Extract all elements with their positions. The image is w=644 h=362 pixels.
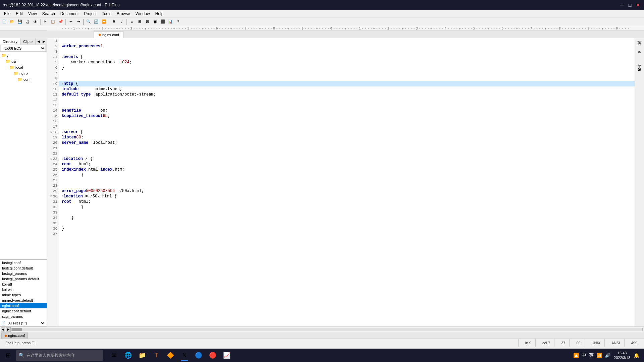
ime-symbol-btn[interactable]: ∂: [635, 48, 644, 56]
file-koi-utf[interactable]: koi-utf: [0, 282, 47, 287]
menu-file[interactable]: File: [1, 10, 13, 17]
scroll-left-btn[interactable]: ◀: [1, 327, 5, 332]
tray-arrow[interactable]: 🔼: [573, 352, 580, 359]
file-fastcgi-params-default[interactable]: fastcgi_params.default: [0, 276, 47, 282]
panel-nav-prev[interactable]: ◀: [36, 38, 41, 45]
toolbar-undo[interactable]: ↩: [67, 18, 74, 25]
file-fastcgi-conf[interactable]: fastcgi.conf: [0, 260, 47, 265]
toolbar-italic[interactable]: I: [118, 18, 125, 25]
menu-edit[interactable]: Edit: [13, 10, 25, 17]
file-fastcgi-params[interactable]: fastcgi_params: [0, 271, 47, 276]
toolbar-redo[interactable]: ↪: [75, 18, 82, 25]
toolbar-paste[interactable]: 📌: [57, 18, 64, 25]
toolbar-open[interactable]: 📂: [8, 18, 16, 25]
maximize-button[interactable]: □: [627, 2, 633, 8]
line-num-21: 21: [47, 145, 59, 151]
tree-item-usr[interactable]: 📁 usr: [0, 58, 47, 64]
tray-network[interactable]: 📶: [596, 352, 603, 359]
tray-notifications[interactable]: 🔔: [633, 352, 640, 359]
taskbar-app5[interactable]: 🔶: [164, 349, 177, 361]
taskbar-browser[interactable]: 🌐: [121, 349, 135, 361]
tree-item-root[interactable]: 📁 /: [0, 52, 47, 58]
status-help-text: For Help, press F1: [5, 341, 36, 345]
toolbar-btn2[interactable]: ⊞: [136, 18, 143, 25]
toolbar-bold[interactable]: B: [110, 18, 118, 25]
file-scgi-params[interactable]: scgi_params: [0, 314, 47, 319]
taskbar-files[interactable]: 📁: [136, 349, 149, 361]
tree-item-conf[interactable]: 📁 conf: [0, 76, 47, 82]
toolbar-new[interactable]: 📄: [1, 18, 8, 25]
tab-nginx-conf[interactable]: ◆ nginx.conf: [94, 31, 123, 38]
toolbar-findnext[interactable]: ⏩: [100, 18, 108, 25]
directory-select[interactable]: [ftp00] ECS: [1, 45, 45, 51]
ime-settings-btn[interactable]: ⚙: [635, 66, 644, 73]
panel-tab-directory[interactable]: Directory: [0, 38, 20, 45]
panel-nav-next[interactable]: ▶: [41, 38, 47, 45]
taskbar-vpn[interactable]: 🔵: [192, 349, 205, 361]
file-mime-types-default[interactable]: mime.types.default: [0, 298, 47, 303]
code-area[interactable]: worker_processes 1;⊟events { worker_conn…: [59, 38, 635, 326]
minimize-button[interactable]: ─: [619, 2, 625, 8]
tray-lang[interactable]: 英: [588, 352, 594, 359]
toolbar-cut[interactable]: ✂: [42, 18, 49, 25]
taskbar-search-placeholder[interactable]: 在这里输入你要搜索的内容: [26, 353, 75, 358]
menu-project[interactable]: Project: [82, 10, 99, 17]
taskbar-word[interactable]: T: [150, 349, 163, 361]
taskbar-search[interactable]: 🔍 在这里输入你要搜索的内容: [16, 350, 103, 361]
start-button[interactable]: ⊞: [1, 349, 15, 361]
file-nginx-conf[interactable]: nginx.conf: [0, 303, 47, 308]
tray-speaker[interactable]: 🔊: [604, 352, 611, 359]
folder-icon: 📁: [13, 71, 18, 76]
taskbar-app8[interactable]: 📈: [220, 349, 233, 361]
tree-item-nginx[interactable]: 📁 nginx: [0, 70, 47, 76]
code-line-5: worker_connections 1024;: [59, 60, 635, 65]
toolbar-preview[interactable]: 👁: [32, 18, 39, 25]
toolbar-copy[interactable]: 📋: [49, 18, 57, 25]
toolbar-find[interactable]: 🔍: [85, 18, 92, 25]
status-num3-text: 499: [631, 341, 637, 345]
menu-document[interactable]: Document: [58, 10, 82, 17]
tray-zh[interactable]: 中: [581, 352, 587, 359]
panel-tab-clipboard[interactable]: Clipte: [20, 38, 36, 45]
taskbar: ⊞ 🔍 在这里输入你要搜索的内容 ✉ 🌐 📁 T 🔶 N 🔵 🔴 📈 🔼 中 英…: [0, 349, 644, 362]
ime-compact-btn[interactable]: 简: [635, 57, 644, 64]
toolbar-btn3[interactable]: ⊡: [144, 18, 151, 25]
file-mime-types[interactable]: mime.types: [0, 292, 47, 298]
directory-header: [ftp00] ECS: [0, 45, 47, 52]
toolbar-btn6[interactable]: 📊: [167, 18, 174, 25]
toolbar-replace[interactable]: 🔄: [93, 18, 100, 25]
file-fastcgi-conf-default[interactable]: fastcgi.conf.default: [0, 265, 47, 271]
toolbar-btn7[interactable]: ?: [174, 18, 182, 25]
h-scroll-track[interactable]: [11, 328, 643, 331]
file-koi-win[interactable]: koi-win: [0, 287, 47, 292]
toolbar-btn1[interactable]: ≡: [128, 18, 136, 25]
line-num-26: 26: [47, 172, 59, 178]
taskbar-mail[interactable]: ✉: [107, 349, 121, 361]
h-scroll-thumb[interactable]: [12, 328, 22, 331]
tree-item-local[interactable]: 📁 local: [0, 64, 47, 70]
menu-help[interactable]: Help: [153, 10, 166, 17]
toolbar-btn5[interactable]: ⬛: [159, 18, 166, 25]
bottom-tab-nginx[interactable]: ◆ nginx.conf: [1, 333, 28, 339]
menu-view[interactable]: View: [25, 10, 40, 17]
menu-tools[interactable]: Tools: [99, 10, 114, 17]
menu-search[interactable]: Search: [40, 10, 58, 17]
toolbar-save[interactable]: 💾: [16, 18, 23, 25]
toolbar-btn4[interactable]: ▣: [151, 18, 159, 25]
taskbar-editplus[interactable]: N: [178, 349, 191, 361]
folder-icon: 📁: [17, 77, 22, 82]
code-line-26: }: [59, 172, 635, 178]
file-type-select[interactable]: All Files (*.*): [7, 321, 45, 325]
taskbar-app7[interactable]: 🔴: [206, 349, 219, 361]
code-line-13: [59, 103, 635, 108]
close-button[interactable]: ✕: [635, 2, 641, 8]
file-nginx-conf-default[interactable]: nginx.conf.default: [0, 308, 47, 314]
menu-window[interactable]: Window: [133, 10, 153, 17]
tab-bar: ◆ nginx.conf: [0, 31, 644, 38]
scroll-right-btn[interactable]: ▶: [6, 327, 11, 332]
ime-english-btn[interactable]: 英: [635, 40, 644, 47]
menu-browse[interactable]: Browse: [114, 10, 133, 17]
folder-icon: 📁: [5, 59, 10, 64]
taskbar-clock[interactable]: 15:43 2022/3/18: [612, 351, 632, 360]
toolbar-print[interactable]: 🖨: [24, 18, 31, 25]
